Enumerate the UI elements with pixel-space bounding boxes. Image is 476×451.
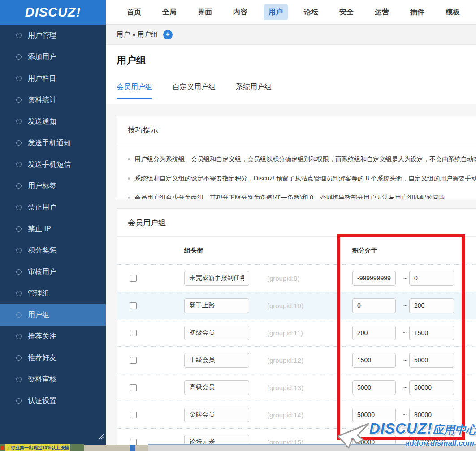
- credits-max-input[interactable]: [409, 380, 454, 395]
- sidebar-item-资料统计[interactable]: 资料统计: [0, 89, 106, 111]
- circle-bullet-icon: [16, 76, 22, 81]
- top-nav-item-插件[interactable]: 插件: [405, 4, 429, 20]
- credits-min-input[interactable]: [352, 271, 396, 286]
- groupid-label: (groupid:12): [267, 357, 303, 364]
- credits-min-input[interactable]: [352, 326, 396, 340]
- top-nav-item-界面[interactable]: 界面: [193, 4, 217, 20]
- sidebar-item-发送通知[interactable]: 发送通知: [0, 111, 106, 132]
- table-header: 组头衔 积分介于: [117, 237, 476, 265]
- sidebar-item-label: 认证设置: [28, 396, 56, 406]
- sidebar-item-禁止用户[interactable]: 禁止用户: [0, 197, 106, 218]
- groupid-label: (groupid:14): [267, 411, 303, 419]
- sidebar-item-用户组[interactable]: 用户组: [0, 304, 106, 326]
- sidebar-item-label: 禁止 IP: [28, 224, 51, 234]
- credits-min-input[interactable]: [352, 353, 396, 368]
- sidebar-item-用户栏目[interactable]: 用户栏目: [0, 68, 106, 89]
- groupid-label: (groupid:13): [267, 384, 303, 391]
- row-checkbox[interactable]: [130, 384, 137, 391]
- tab-member-groups[interactable]: 会员用户组: [117, 82, 152, 99]
- credits-max-input[interactable]: [409, 298, 454, 313]
- groupid-label: (groupid:10): [267, 302, 303, 309]
- circle-bullet-icon: [16, 97, 22, 103]
- discuz-logo[interactable]: DISCUZ!: [0, 0, 106, 25]
- sidebar-item-推荐好友[interactable]: 推荐好友: [0, 347, 106, 369]
- row-checkbox[interactable]: [130, 275, 137, 282]
- circle-bullet-icon: [16, 291, 22, 296]
- sidebar-item-label: 推荐关注: [28, 332, 56, 341]
- top-nav-item-论坛[interactable]: 论坛: [299, 4, 323, 20]
- sidebar-item-推荐关注[interactable]: 推荐关注: [0, 326, 106, 347]
- sidebar-item-添加用户[interactable]: 添加用户: [0, 46, 106, 68]
- bullet-dot-icon: [128, 177, 130, 180]
- content-area: 技巧提示 用户组分为系统组、会员组和自定义组，会员组以积分确定组别和权限，而系统…: [106, 104, 476, 451]
- top-nav-item-运营[interactable]: 运营: [370, 4, 394, 20]
- range-tilde: ~: [403, 302, 407, 309]
- row-checkbox[interactable]: [130, 412, 137, 418]
- sidebar-item-积分奖惩[interactable]: 积分奖惩: [0, 240, 106, 261]
- credits-min-input[interactable]: [352, 408, 396, 422]
- credits-max-input[interactable]: [409, 271, 454, 286]
- member-groups-title: 会员用户组: [117, 209, 476, 237]
- tab-system-groups[interactable]: 系统用户组: [236, 82, 272, 99]
- circle-bullet-icon: [16, 183, 22, 189]
- range-tilde: ~: [403, 384, 407, 391]
- background-window-bar: [148, 444, 476, 451]
- column-header-credits-range: 积分介于: [352, 247, 377, 255]
- sidebar-item-label: 审核用户: [28, 267, 56, 277]
- resize-grip-icon[interactable]: [98, 433, 104, 439]
- top-nav-item-内容[interactable]: 内容: [228, 4, 252, 20]
- top-nav-item-模板[interactable]: 模板: [441, 4, 465, 20]
- top-nav-item-全局[interactable]: 全局: [157, 4, 182, 20]
- row-checkbox[interactable]: [130, 330, 137, 336]
- row-checkbox[interactable]: [130, 302, 137, 309]
- top-nav-item-安全[interactable]: 安全: [334, 4, 359, 20]
- group-title-input[interactable]: [184, 408, 249, 422]
- background-window-strip: [84, 445, 148, 451]
- tip-text: 用户组分为系统组、会员组和自定义组，会员组以积分确定组别和权限，而系统组和自定义…: [134, 155, 476, 163]
- sidebar-item-发送手机通知[interactable]: 发送手机通知: [0, 132, 106, 154]
- tip-text: 系统组和自定义组的设定不需要指定积分，Discuz! 预留了从站点管理员到游客等…: [134, 175, 476, 183]
- sidebar-item-发送手机短信[interactable]: 发送手机短信: [0, 154, 106, 175]
- tab-custom-groups[interactable]: 自定义用户组: [173, 82, 216, 99]
- sidebar-item-用户标签[interactable]: 用户标签: [0, 175, 106, 197]
- top-bar: DISCUZ! 首页 全局 界面 内容 用户 论坛 安全 运营 插件 模板 工具…: [0, 0, 476, 25]
- sidebar-item-禁止 IP[interactable]: 禁止 IP: [0, 218, 106, 240]
- sidebar-item-审核用户[interactable]: 审核用户: [0, 261, 106, 283]
- tips-panel: 技巧提示 用户组分为系统组、会员组和自定义组，会员组以积分确定组别和权限，而系统…: [117, 116, 476, 199]
- circle-bullet-icon: [16, 119, 22, 124]
- credits-max-input[interactable]: [409, 408, 454, 422]
- page-head: 用户组 会员用户组 自定义用户组 系统用户组: [106, 45, 476, 104]
- top-nav-item-用户[interactable]: 用户: [264, 4, 288, 20]
- breadcrumb[interactable]: 用户 » 用户组: [117, 30, 158, 39]
- range-tilde: ~: [403, 357, 407, 364]
- credits-min-input[interactable]: [352, 380, 396, 395]
- sidebar-item-label: 添加用户: [28, 52, 56, 62]
- credits-max-input[interactable]: [409, 353, 454, 368]
- sidebar-item-管理组[interactable]: 管理组: [0, 283, 106, 304]
- group-title-input[interactable]: [184, 298, 249, 313]
- sidebar-item-认证设置[interactable]: 认证设置: [0, 390, 106, 412]
- sidebar-item-label: 发送手机通知: [28, 138, 71, 148]
- top-nav-item-首页[interactable]: 首页: [122, 4, 146, 20]
- tips-title: 技巧提示: [117, 116, 476, 144]
- sidebar-item-label: 推荐好友: [28, 353, 56, 363]
- sidebar-item-资料审核[interactable]: 资料审核: [0, 369, 106, 390]
- circle-bullet-icon: [16, 226, 22, 232]
- circle-bullet-icon: [16, 377, 22, 382]
- breadcrumb-bar: 用户 » 用户组 +: [106, 25, 476, 45]
- group-title-input[interactable]: [184, 326, 249, 340]
- group-title-input[interactable]: [184, 380, 249, 395]
- top-navigation: 首页 全局 界面 内容 用户 论坛 安全 运营 插件 模板 工具 站长 应用中心…: [106, 0, 476, 24]
- table-row: (groupid:11) ~: [117, 319, 476, 347]
- credits-min-input[interactable]: [352, 298, 396, 313]
- row-checkbox[interactable]: [130, 357, 137, 364]
- tip-text: 会员用户组至少分为两组，其积分下限分别为负值(任一负数)和 0，否则将导致部分用…: [134, 194, 451, 200]
- credits-max-input[interactable]: [409, 326, 454, 340]
- add-shortcut-button[interactable]: +: [163, 30, 173, 39]
- table-body: (groupid:9) ~ (groupid:10) ~ (groupid:11…: [117, 265, 476, 451]
- circle-bullet-icon: [16, 312, 22, 318]
- ticker-icon: [0, 446, 4, 450]
- group-title-input[interactable]: [184, 271, 249, 286]
- sidebar-item-用户管理[interactable]: 用户管理: [0, 25, 106, 46]
- group-title-input[interactable]: [184, 353, 249, 368]
